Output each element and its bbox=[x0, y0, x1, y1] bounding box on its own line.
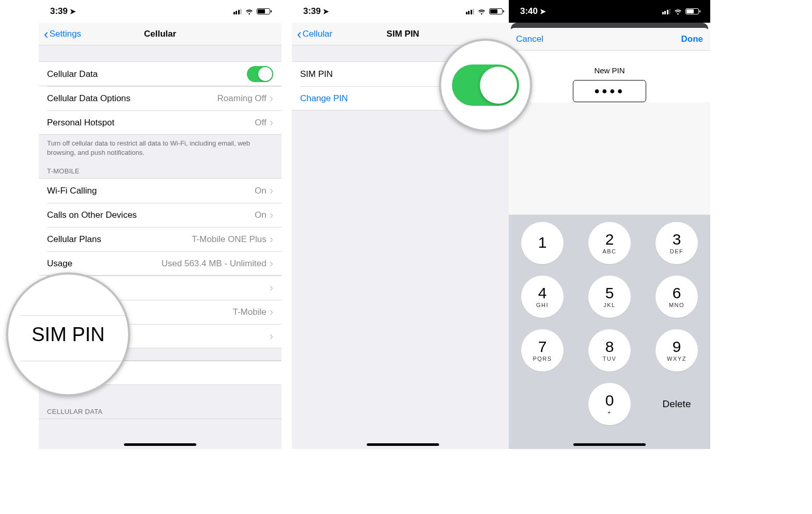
back-label: Cellular bbox=[303, 29, 333, 39]
cellular-plans-label: Cellular Plans bbox=[47, 234, 192, 245]
back-button[interactable]: ‹ Cellular bbox=[297, 29, 332, 39]
personal-hotspot-label: Personal Hotspot bbox=[47, 118, 255, 128]
home-indicator[interactable] bbox=[367, 443, 439, 446]
key-delete[interactable]: Delete bbox=[655, 383, 698, 425]
zoom-toggle-on bbox=[452, 65, 519, 106]
pin-input[interactable]: ●●●● bbox=[573, 80, 646, 102]
signal-icon bbox=[233, 9, 242, 14]
screenshot-sim-pin: 3:39 ➤ ‹ Cellular SIM PIN SIM PIN bbox=[292, 0, 514, 449]
home-indicator[interactable] bbox=[124, 443, 196, 446]
zoom-callout-sim-pin: SIM PIN bbox=[6, 272, 130, 396]
key-8[interactable]: 8TUV bbox=[588, 329, 631, 372]
page-title: SIM PIN bbox=[386, 29, 419, 39]
zoom-callout-toggle bbox=[439, 39, 532, 132]
usage-label: Usage bbox=[47, 259, 162, 269]
status-bar: 3:39 ➤ bbox=[292, 0, 514, 23]
nav-bar: ‹ Settings Cellular bbox=[39, 23, 282, 45]
new-pin-label: New PIN bbox=[509, 66, 710, 75]
cellular-plans-row[interactable]: Cellular Plans T-Mobile ONE Plus › bbox=[39, 227, 282, 251]
location-icon: ➤ bbox=[540, 7, 546, 15]
back-button[interactable]: ‹ Settings bbox=[44, 29, 81, 39]
cancel-button[interactable]: Cancel bbox=[516, 34, 543, 44]
wifi-calling-detail: On bbox=[255, 186, 267, 196]
status-time: 3:39 bbox=[303, 6, 321, 17]
cellular-plans-detail: T-Mobile ONE Plus bbox=[192, 234, 267, 245]
cellular-data-options-detail: Roaming Off bbox=[217, 93, 267, 104]
usage-detail: Used 563.4 MB - Unlimited bbox=[162, 259, 267, 269]
signal-icon bbox=[466, 9, 475, 14]
status-bar: 3:39 ➤ bbox=[39, 0, 282, 23]
cellular-data-options-label: Cellular Data Options bbox=[47, 93, 217, 104]
battery-icon bbox=[685, 8, 699, 14]
key-9[interactable]: 9WXYZ bbox=[655, 329, 698, 372]
battery-icon bbox=[489, 8, 503, 14]
key-4[interactable]: 4GHI bbox=[521, 276, 564, 318]
modal-nav-bar: Cancel Done bbox=[509, 28, 710, 51]
done-button[interactable]: Done bbox=[681, 34, 704, 44]
page-title: Cellular bbox=[144, 29, 176, 39]
cellular-data-footer: Turn off cellular data to restrict all d… bbox=[39, 135, 282, 159]
status-time: 3:39 bbox=[50, 6, 68, 17]
wifi-calling-label: Wi-Fi Calling bbox=[47, 186, 255, 196]
calls-other-detail: On bbox=[255, 210, 267, 220]
personal-hotspot-row[interactable]: Personal Hotspot Off › bbox=[39, 110, 282, 135]
wifi-icon bbox=[674, 7, 682, 16]
wifi-icon bbox=[245, 7, 254, 16]
battery-icon bbox=[257, 8, 270, 14]
usage-row[interactable]: Usage Used 563.4 MB - Unlimited › bbox=[39, 251, 282, 276]
key-7[interactable]: 7PQRS bbox=[521, 329, 564, 372]
signal-icon bbox=[662, 9, 671, 14]
key-6[interactable]: 6MNO bbox=[655, 276, 698, 318]
screenshot-cellular-settings: 3:39 ➤ ‹ Settings Cellular Cellular Data bbox=[39, 0, 282, 449]
key-0[interactable]: 0+ bbox=[588, 383, 631, 425]
location-icon: ➤ bbox=[323, 7, 329, 15]
cellular-data-options-row[interactable]: Cellular Data Options Roaming Off › bbox=[39, 86, 282, 110]
wifi-calling-row[interactable]: Wi-Fi Calling On › bbox=[39, 179, 282, 203]
key-2[interactable]: 2ABC bbox=[588, 222, 631, 264]
cellular-data-toggle[interactable] bbox=[247, 66, 273, 82]
back-label: Settings bbox=[50, 29, 81, 39]
status-bar: 3:40 ➤ bbox=[509, 0, 710, 23]
screenshot-new-pin: 3:40 ➤ Cancel Done New PIN ●●●● bbox=[509, 0, 710, 449]
key-5[interactable]: 5JKL bbox=[588, 276, 631, 318]
key-blank bbox=[521, 383, 564, 425]
cellular-data-row[interactable]: Cellular Data bbox=[39, 62, 282, 86]
home-indicator[interactable] bbox=[573, 443, 646, 446]
key-3[interactable]: 3DEF bbox=[655, 222, 698, 264]
carrier-detail: T-Mobile bbox=[232, 307, 266, 317]
numeric-keypad: 1 2ABC 3DEF 4GHI 5JKL 6MNO 7PQRS 8TUV 9W… bbox=[509, 215, 710, 449]
cellular-data-label: Cellular Data bbox=[47, 69, 247, 79]
calls-other-label: Calls on Other Devices bbox=[47, 210, 255, 220]
calls-other-devices-row[interactable]: Calls on Other Devices On › bbox=[39, 203, 282, 227]
key-1[interactable]: 1 bbox=[521, 222, 564, 264]
wifi-icon bbox=[477, 7, 486, 16]
carrier-section-header: T-MOBILE bbox=[39, 159, 282, 179]
location-icon: ➤ bbox=[70, 7, 76, 15]
zoom-sim-pin-label: SIM PIN bbox=[32, 324, 104, 346]
status-time: 3:40 bbox=[520, 6, 538, 17]
personal-hotspot-detail: Off bbox=[255, 118, 266, 128]
